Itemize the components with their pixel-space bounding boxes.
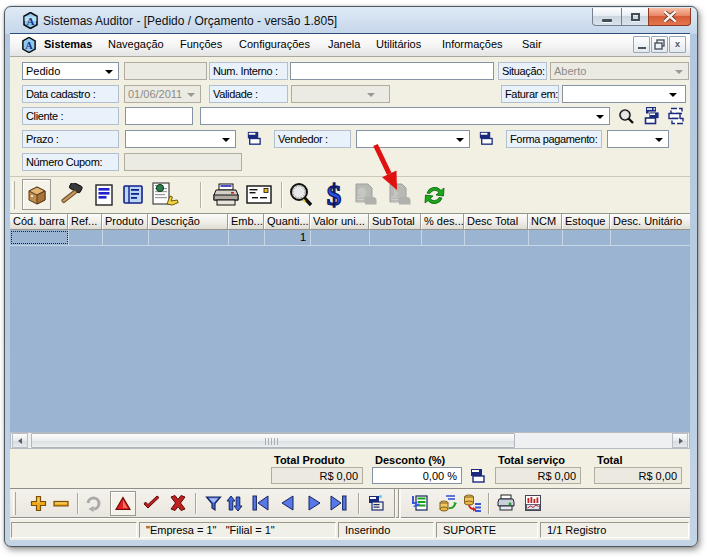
data-cadastro-select: 01/06/2011 xyxy=(124,85,201,103)
mdi-close-button[interactable]: x xyxy=(669,36,686,53)
hammer-icon[interactable] xyxy=(59,183,85,208)
cascade-windows-icon[interactable] xyxy=(245,130,262,147)
column-header[interactable]: % des... xyxy=(421,214,464,229)
document-lines-icon[interactable] xyxy=(92,183,116,207)
prior-record-icon[interactable] xyxy=(279,494,297,512)
status-panel-filters: "Empresa = 1" "Filial = 1" xyxy=(139,522,336,538)
column-header[interactable]: Desc. Unitário xyxy=(610,214,690,229)
close-button[interactable] xyxy=(648,8,691,26)
maximize-button[interactable] xyxy=(621,8,649,26)
gridline xyxy=(148,230,149,246)
refresh-icon[interactable] xyxy=(423,184,446,207)
grid-body[interactable] xyxy=(10,246,690,432)
cascade-windows-icon[interactable] xyxy=(643,106,661,125)
print-record-icon[interactable] xyxy=(497,494,515,512)
menu-informacoes[interactable]: Informações xyxy=(442,38,503,50)
menu-utilitarios[interactable]: Utilitários xyxy=(376,38,421,50)
gridline xyxy=(68,230,69,246)
gridline xyxy=(310,230,311,246)
mdi-minimize-button[interactable] xyxy=(633,36,650,53)
certificate-hand-icon[interactable] xyxy=(149,182,179,209)
numero-cupom-label: Número Cupom: xyxy=(22,153,119,171)
total-label: Total xyxy=(597,454,622,466)
situacao-select: Aberto xyxy=(550,62,689,80)
column-header[interactable]: NCM xyxy=(528,214,562,229)
prazo-select[interactable] xyxy=(125,130,236,148)
cliente-code-input[interactable] xyxy=(125,107,193,125)
num-interno-input[interactable] xyxy=(290,62,494,80)
delete-record-icon[interactable] xyxy=(52,495,70,512)
menu-configuracoes[interactable]: Configurações xyxy=(239,38,310,50)
scroll-right-button[interactable] xyxy=(672,433,688,448)
title-bar[interactable]: A Sistemas Auditor - [Pedido / Orçamento… xyxy=(5,7,697,33)
cancel-icon[interactable] xyxy=(168,494,188,513)
chevron-down-icon xyxy=(669,93,677,97)
column-header[interactable]: Valor uni... xyxy=(310,214,369,229)
tipo-select[interactable]: Pedido xyxy=(22,62,119,80)
column-header[interactable]: Desc Total xyxy=(464,214,528,229)
menu-navegacao[interactable]: Navegação xyxy=(108,38,164,50)
db-post-icon[interactable] xyxy=(462,493,481,513)
sort-icon[interactable] xyxy=(226,494,243,513)
package-box-icon[interactable] xyxy=(26,184,48,206)
notebook-icon[interactable] xyxy=(121,183,145,207)
dollar-icon[interactable]: $ xyxy=(321,181,347,210)
add-record-icon[interactable] xyxy=(30,495,47,512)
desconto-input[interactable]: 0,00 % xyxy=(372,467,462,484)
search-records-icon[interactable] xyxy=(288,182,315,209)
report-chart-icon[interactable] xyxy=(524,494,542,512)
scroll-left-button[interactable] xyxy=(12,433,28,448)
forma-pagamento-select[interactable] xyxy=(607,130,669,148)
minimize-button[interactable] xyxy=(592,8,622,26)
status-panel-empty xyxy=(11,522,137,538)
envelope-icon[interactable] xyxy=(246,185,272,205)
edit-record-icon[interactable] xyxy=(115,496,131,511)
order-form: Pedido Num. Interno : Situação: Aberto D… xyxy=(10,57,690,176)
gridline xyxy=(528,230,529,246)
cascade-windows-icon[interactable] xyxy=(468,467,486,485)
print-icon[interactable] xyxy=(213,183,240,208)
menu-janela[interactable]: Janela xyxy=(328,38,360,50)
grid-row[interactable]: 1 xyxy=(10,230,690,246)
horizontal-scrollbar[interactable] xyxy=(10,432,690,449)
scrollbar-thumb[interactable] xyxy=(31,433,515,448)
status-panel-mode: Inserindo xyxy=(338,522,434,538)
total-produto-label: Total Produto xyxy=(274,454,345,466)
record-toolbar xyxy=(10,488,690,518)
confirm-icon[interactable] xyxy=(142,495,161,512)
red-annotation-arrow xyxy=(372,140,402,195)
mdi-restore-button[interactable] xyxy=(651,36,668,53)
db-refresh-icon[interactable] xyxy=(438,493,457,513)
list-import-icon[interactable] xyxy=(411,494,428,512)
column-header[interactable]: SubTotal xyxy=(369,214,421,229)
column-header[interactable]: Quanti... xyxy=(264,214,310,229)
menu-funcoes[interactable]: Funções xyxy=(180,38,222,50)
chevron-down-icon xyxy=(456,138,464,142)
menu-bar: A Sistemas Navegação Funções Configuraçõ… xyxy=(10,33,690,57)
last-record-icon[interactable] xyxy=(329,494,348,512)
column-header[interactable]: Produto xyxy=(102,214,148,229)
cascade-windows-icon[interactable] xyxy=(477,130,494,147)
cascade-windows-outline-icon[interactable] xyxy=(667,107,685,125)
column-header[interactable]: Ref... xyxy=(68,214,102,229)
focused-cell[interactable] xyxy=(11,231,68,244)
filter-icon[interactable] xyxy=(205,495,222,512)
menu-sistemas[interactable]: Sistemas xyxy=(44,38,92,50)
next-record-icon[interactable] xyxy=(305,494,323,512)
filial-status: "Filial = 1" xyxy=(226,524,275,536)
column-header[interactable]: Descrição xyxy=(148,214,228,229)
quantity-cell[interactable]: 1 xyxy=(264,231,306,243)
column-header[interactable]: Estoque xyxy=(562,214,610,229)
column-header[interactable]: Cód. barra xyxy=(10,214,68,229)
first-record-icon[interactable] xyxy=(251,494,270,512)
toolbar-gripper xyxy=(13,492,16,515)
validade-select xyxy=(291,85,390,103)
mdi-child-icon[interactable]: A xyxy=(21,37,37,53)
column-header[interactable]: Emb... xyxy=(228,214,264,229)
toolbar-separator xyxy=(195,493,196,514)
form-view-icon[interactable] xyxy=(367,494,385,512)
faturar-em-select[interactable] xyxy=(562,85,686,103)
search-icon[interactable] xyxy=(618,108,635,125)
cliente-select[interactable] xyxy=(200,107,610,125)
menu-sair[interactable]: Sair xyxy=(522,38,542,50)
